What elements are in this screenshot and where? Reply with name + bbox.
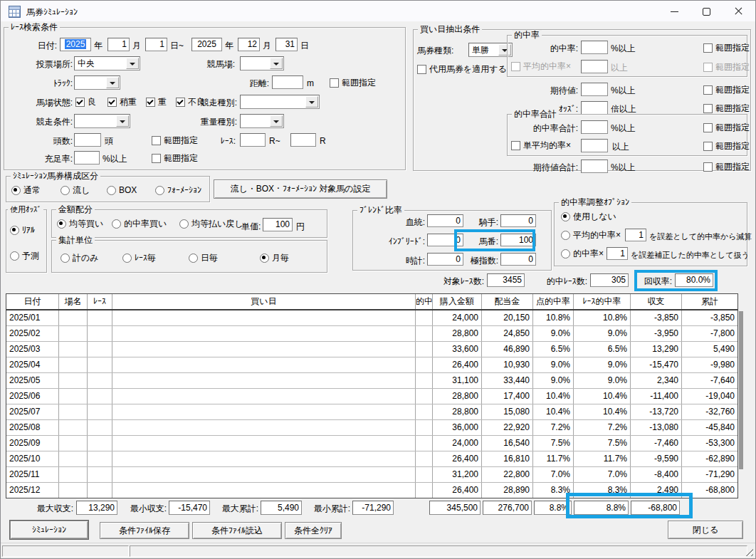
- table-row[interactable]: 2025/0124,00020,15010.8%10.8%-3,850-3,85…: [6, 310, 737, 326]
- table-row[interactable]: 2025/1226,40028,8908.3%8.3%2,490-68,800: [6, 483, 737, 498]
- distance-input[interactable]: [272, 75, 303, 89]
- ticket-type-select[interactable]: 単勝: [468, 43, 513, 57]
- odds-input[interactable]: [581, 101, 608, 115]
- simkind-box-radio[interactable]: BOX: [107, 186, 137, 195]
- baba-heavy-checkbox[interactable]: 重: [146, 98, 167, 107]
- day-to-input[interactable]: 31: [275, 38, 298, 51]
- race-from-input[interactable]: [240, 133, 266, 147]
- agg-per-race-radio[interactable]: ﾚｰｽ毎: [122, 254, 156, 263]
- table-row[interactable]: 2025/0531,10033,4409.0%9.0%2,340-7,640: [6, 373, 737, 389]
- adjust-avg-radio[interactable]: 平均的中率×: [561, 231, 621, 240]
- blood-input[interactable]: 0: [427, 214, 463, 227]
- umaban-input[interactable]: 100: [500, 234, 536, 246]
- adjust-hit-radio[interactable]: 的中率×: [561, 249, 604, 258]
- hit-total-input[interactable]: [581, 120, 608, 134]
- baba-slightly-heavy-checkbox[interactable]: 稍重: [107, 98, 137, 107]
- odds-predict-radio[interactable]: 予測: [10, 251, 39, 261]
- minimize-button[interactable]: [658, 1, 691, 21]
- baba-good-checkbox[interactable]: 良: [75, 98, 96, 107]
- simkind-formation-radio[interactable]: ﾌｫｰﾒｰｼｮﾝ: [155, 186, 201, 195]
- table-cell: [416, 404, 433, 419]
- table-row[interactable]: 2025/0836,00022,9207.2%7.2%-13,080-45,84…: [6, 420, 737, 436]
- table-cell: [88, 389, 112, 404]
- fill-rate-input[interactable]: [74, 151, 100, 164]
- avg-hit-checkbox[interactable]: 平均的中率×: [511, 62, 571, 71]
- agg-per-month-radio[interactable]: 月毎: [260, 254, 289, 263]
- simkind-normal-radio[interactable]: 通常: [11, 186, 41, 195]
- dropdown-arrow-icon: [270, 115, 283, 127]
- race-to-input[interactable]: [290, 133, 316, 147]
- alternate-ticket-checkbox[interactable]: 代用馬券を適用する: [417, 65, 507, 74]
- load-condition-button[interactable]: 条件ﾌｧｲﾙ読込: [192, 522, 282, 539]
- weight-select[interactable]: [240, 114, 284, 128]
- table-row[interactable]: 2025/0228,80024,8509.0%9.0%-3,950-7,800: [6, 326, 737, 342]
- app-icon: [9, 6, 21, 18]
- unit-price-input[interactable]: 100: [263, 218, 293, 231]
- table-cell: [88, 342, 112, 357]
- hit-range-checkbox[interactable]: 範囲指定: [703, 43, 750, 53]
- table-row[interactable]: 2025/0728,80015,08010.4%10.4%-13,720-32,…: [6, 404, 737, 420]
- inbreed-input[interactable]: 0: [427, 234, 463, 246]
- target-horse-setup-button[interactable]: 流し・BOX・ﾌｫｰﾒｰｼｮﾝ 対象馬の設定: [214, 179, 387, 199]
- expect-range-checkbox[interactable]: 範囲指定: [703, 85, 750, 95]
- avg-hit-input[interactable]: [581, 60, 608, 73]
- place-select[interactable]: 中央: [74, 56, 140, 70]
- table-cell: [59, 467, 88, 482]
- single-avg-range-checkbox[interactable]: 範囲指定: [703, 142, 750, 151]
- table-cell: [112, 483, 416, 498]
- day-from-input[interactable]: 1: [145, 38, 167, 51]
- year-from-input[interactable]: 2025: [60, 38, 91, 51]
- odds-range-checkbox[interactable]: 範囲指定: [703, 104, 750, 113]
- odds-real-radio[interactable]: ﾘｱﾙ: [10, 226, 35, 235]
- maximize-button[interactable]: [691, 1, 723, 21]
- simkind-nagashi-radio[interactable]: 流し: [61, 186, 90, 195]
- expect-total-range-checkbox[interactable]: 範囲指定: [703, 162, 750, 172]
- racetype-select[interactable]: [240, 95, 320, 109]
- heads-range-checkbox[interactable]: 範囲指定: [152, 136, 198, 145]
- fill-range-checkbox[interactable]: 範囲指定: [152, 154, 198, 163]
- total-payout-value: 276,700: [483, 501, 532, 515]
- table-cell: 10.4%: [574, 404, 631, 419]
- table-row[interactable]: 2025/1131,20022,8007.0%7.0%-8,400-71,290: [6, 467, 737, 483]
- table-cell: 10,930: [482, 357, 533, 372]
- month-from-input[interactable]: 1: [107, 38, 130, 51]
- save-condition-button[interactable]: 条件ﾌｧｲﾙ保存: [100, 522, 189, 539]
- hit-total-range-checkbox[interactable]: 範囲指定: [703, 123, 750, 132]
- adjust-avg-input[interactable]: 1: [625, 229, 646, 241]
- amount-equal-buy-radio[interactable]: 均等買い: [57, 219, 103, 229]
- clear-condition-button[interactable]: 条件全ｸﾘｱ: [285, 522, 342, 539]
- expect-total-input[interactable]: [581, 160, 608, 173]
- close-button[interactable]: [723, 1, 755, 21]
- jockey-input[interactable]: 0: [500, 214, 536, 227]
- dropdown-arrow-icon: [305, 96, 318, 108]
- adjust-hit-input[interactable]: 1: [607, 247, 628, 260]
- month-to-input[interactable]: 12: [238, 38, 260, 51]
- table-row[interactable]: 2025/0628,80017,40010.4%10.4%-11,400-19,…: [6, 389, 737, 404]
- course-select[interactable]: [240, 56, 284, 70]
- table-row[interactable]: 2025/0333,60046,8906.5%6.5%13,2905,490: [6, 342, 737, 357]
- single-avg-checkbox[interactable]: 単平均的率×: [511, 141, 571, 150]
- amount-hitrate-buy-radio[interactable]: 的中率買い: [112, 219, 167, 229]
- table-row[interactable]: 2025/0924,00016,5407.5%7.5%-7,460-53,300: [6, 436, 737, 451]
- avg-hit-range-checkbox[interactable]: 範囲指定: [703, 63, 750, 72]
- agg-per-day-radio[interactable]: 日毎: [189, 254, 218, 263]
- simulate-button[interactable]: ｼﾐｭﾚｰｼｮﾝ: [10, 521, 88, 539]
- adjust-none-radio[interactable]: 使用しない: [561, 212, 616, 221]
- single-avg-input[interactable]: [581, 139, 608, 152]
- distance-range-checkbox[interactable]: 範囲指定: [330, 78, 376, 88]
- table-scrollbar[interactable]: [739, 311, 743, 469]
- amount-equal-payout-radio[interactable]: 均等払い戻し: [179, 219, 243, 229]
- year-to-input[interactable]: 2025: [191, 38, 222, 51]
- track-select[interactable]: [74, 75, 120, 90]
- expect-input[interactable]: [581, 83, 608, 96]
- racecond-label: 競走条件:: [30, 116, 73, 127]
- racecond-select[interactable]: [74, 114, 130, 128]
- table-row[interactable]: 2025/1026,40016,81011.7%11.7%-9,590-62,8…: [6, 451, 737, 467]
- close-dialog-button[interactable]: 閉じる: [668, 521, 743, 539]
- agg-total-only-radio[interactable]: 計のみ: [61, 254, 99, 263]
- hit-rate-input[interactable]: [581, 41, 608, 54]
- table-cell: 24,000: [433, 310, 482, 325]
- table-row[interactable]: 2025/0426,40010,9309.0%9.0%-15,470-9,980: [6, 357, 737, 373]
- kiwami-input[interactable]: 0: [500, 253, 536, 266]
- heads-input[interactable]: [74, 133, 101, 147]
